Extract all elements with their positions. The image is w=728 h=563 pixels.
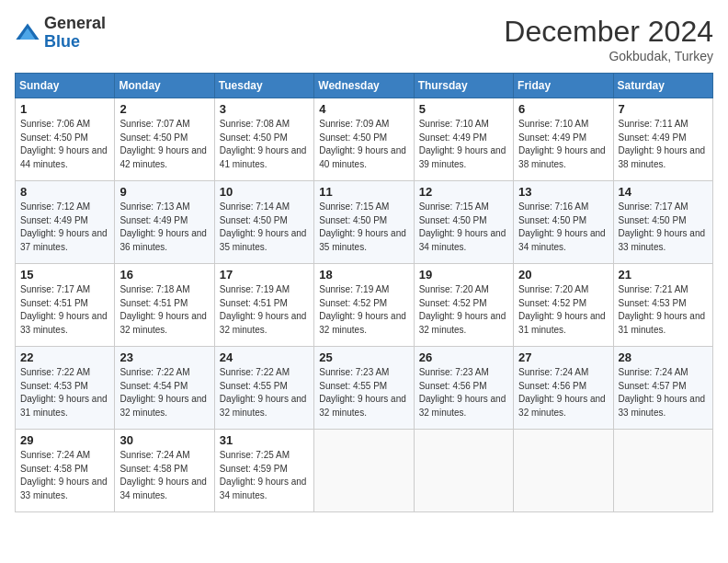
day-number: 29 xyxy=(20,433,109,447)
calendar-cell: 5Sunrise: 7:10 AMSunset: 4:49 PMDaylight… xyxy=(414,98,513,181)
calendar-cell: 3Sunrise: 7:08 AMSunset: 4:50 PMDaylight… xyxy=(214,98,313,181)
weekday-header: Thursday xyxy=(414,74,513,98)
day-info: Sunrise: 7:23 AMSunset: 4:56 PMDaylight:… xyxy=(419,366,508,419)
calendar-cell xyxy=(613,430,712,512)
day-number: 21 xyxy=(619,268,708,282)
day-info: Sunrise: 7:18 AMSunset: 4:51 PMDaylight:… xyxy=(119,283,209,337)
calendar-cell: 4Sunrise: 7:09 AMSunset: 4:50 PMDaylight… xyxy=(314,98,414,181)
day-number: 17 xyxy=(220,268,309,282)
day-info: Sunrise: 7:12 AMSunset: 4:49 PMDaylight:… xyxy=(20,201,109,254)
calendar-cell: 11Sunrise: 7:15 AMSunset: 4:50 PMDayligh… xyxy=(314,181,414,264)
day-info: Sunrise: 7:24 AMSunset: 4:57 PMDaylight:… xyxy=(619,366,708,419)
day-number: 9 xyxy=(119,185,209,199)
day-number: 26 xyxy=(419,350,508,364)
day-info: Sunrise: 7:25 AMSunset: 4:59 PMDaylight:… xyxy=(220,449,309,502)
calendar-table: SundayMondayTuesdayWednesdayThursdayFrid… xyxy=(15,73,713,512)
calendar-cell: 25Sunrise: 7:23 AMSunset: 4:55 PMDayligh… xyxy=(314,347,414,430)
day-number: 8 xyxy=(20,185,109,199)
calendar-week-row: 1Sunrise: 7:06 AMSunset: 4:50 PMDaylight… xyxy=(16,98,713,181)
day-number: 6 xyxy=(518,102,608,116)
calendar-cell xyxy=(314,430,414,512)
day-number: 23 xyxy=(119,350,209,364)
calendar-cell: 19Sunrise: 7:20 AMSunset: 4:52 PMDayligh… xyxy=(414,264,513,347)
calendar-cell: 9Sunrise: 7:13 AMSunset: 4:49 PMDaylight… xyxy=(115,181,214,264)
day-info: Sunrise: 7:20 AMSunset: 4:52 PMDaylight:… xyxy=(518,283,608,337)
day-info: Sunrise: 7:22 AMSunset: 4:55 PMDaylight:… xyxy=(220,366,309,419)
day-number: 28 xyxy=(619,350,708,364)
calendar-cell: 23Sunrise: 7:22 AMSunset: 4:54 PMDayligh… xyxy=(115,347,214,430)
calendar-cell: 15Sunrise: 7:17 AMSunset: 4:51 PMDayligh… xyxy=(16,264,115,347)
calendar-cell: 6Sunrise: 7:10 AMSunset: 4:49 PMDaylight… xyxy=(514,98,613,181)
calendar-cell: 28Sunrise: 7:24 AMSunset: 4:57 PMDayligh… xyxy=(613,347,712,430)
weekday-header: Sunday xyxy=(16,74,115,98)
day-number: 7 xyxy=(619,102,708,116)
calendar-week-row: 29Sunrise: 7:24 AMSunset: 4:58 PMDayligh… xyxy=(16,430,713,512)
calendar-header-row: SundayMondayTuesdayWednesdayThursdayFrid… xyxy=(16,74,713,98)
calendar-cell xyxy=(514,430,613,512)
calendar-cell: 29Sunrise: 7:24 AMSunset: 4:58 PMDayligh… xyxy=(16,430,115,512)
day-info: Sunrise: 7:10 AMSunset: 4:49 PMDaylight:… xyxy=(518,118,608,171)
logo-text: General Blue xyxy=(44,15,106,52)
day-number: 31 xyxy=(220,433,309,447)
day-number: 3 xyxy=(220,102,309,116)
weekday-header: Friday xyxy=(514,74,613,98)
day-number: 1 xyxy=(20,102,109,116)
logo-icon xyxy=(15,20,40,46)
day-number: 10 xyxy=(220,185,309,199)
calendar-cell xyxy=(414,430,513,512)
calendar-cell: 26Sunrise: 7:23 AMSunset: 4:56 PMDayligh… xyxy=(414,347,513,430)
day-number: 12 xyxy=(419,185,508,199)
day-number: 22 xyxy=(20,350,109,364)
calendar-cell: 7Sunrise: 7:11 AMSunset: 4:49 PMDaylight… xyxy=(613,98,712,181)
day-info: Sunrise: 7:11 AMSunset: 4:49 PMDaylight:… xyxy=(619,118,708,171)
day-info: Sunrise: 7:23 AMSunset: 4:55 PMDaylight:… xyxy=(319,366,408,419)
day-info: Sunrise: 7:22 AMSunset: 4:54 PMDaylight:… xyxy=(119,366,209,419)
logo: General Blue xyxy=(15,15,106,52)
calendar-week-row: 22Sunrise: 7:22 AMSunset: 4:53 PMDayligh… xyxy=(16,347,713,430)
weekday-header: Saturday xyxy=(613,74,712,98)
day-number: 15 xyxy=(20,268,109,282)
calendar-week-row: 8Sunrise: 7:12 AMSunset: 4:49 PMDaylight… xyxy=(16,181,713,264)
day-number: 2 xyxy=(119,102,209,116)
day-number: 19 xyxy=(419,268,508,282)
page-header: General Blue December 2024 Gokbudak, Tur… xyxy=(15,15,713,63)
month-title: December 2024 xyxy=(504,15,713,49)
day-info: Sunrise: 7:19 AMSunset: 4:52 PMDaylight:… xyxy=(319,283,408,337)
calendar-cell: 22Sunrise: 7:22 AMSunset: 4:53 PMDayligh… xyxy=(16,347,115,430)
calendar-cell: 20Sunrise: 7:20 AMSunset: 4:52 PMDayligh… xyxy=(514,264,613,347)
day-info: Sunrise: 7:24 AMSunset: 4:56 PMDaylight:… xyxy=(518,366,608,419)
calendar-cell: 8Sunrise: 7:12 AMSunset: 4:49 PMDaylight… xyxy=(16,181,115,264)
calendar-week-row: 15Sunrise: 7:17 AMSunset: 4:51 PMDayligh… xyxy=(16,264,713,347)
day-info: Sunrise: 7:07 AMSunset: 4:50 PMDaylight:… xyxy=(119,118,209,171)
location: Gokbudak, Turkey xyxy=(504,49,713,63)
calendar-cell: 31Sunrise: 7:25 AMSunset: 4:59 PMDayligh… xyxy=(214,430,313,512)
day-number: 13 xyxy=(518,185,608,199)
calendar-cell: 27Sunrise: 7:24 AMSunset: 4:56 PMDayligh… xyxy=(514,347,613,430)
day-number: 27 xyxy=(518,350,608,364)
day-number: 14 xyxy=(619,185,708,199)
calendar-cell: 12Sunrise: 7:15 AMSunset: 4:50 PMDayligh… xyxy=(414,181,513,264)
day-info: Sunrise: 7:24 AMSunset: 4:58 PMDaylight:… xyxy=(20,449,109,502)
day-info: Sunrise: 7:09 AMSunset: 4:50 PMDaylight:… xyxy=(319,118,408,171)
day-number: 24 xyxy=(220,350,309,364)
day-info: Sunrise: 7:17 AMSunset: 4:50 PMDaylight:… xyxy=(619,201,708,254)
calendar-cell: 1Sunrise: 7:06 AMSunset: 4:50 PMDaylight… xyxy=(16,98,115,181)
day-number: 5 xyxy=(419,102,508,116)
day-info: Sunrise: 7:06 AMSunset: 4:50 PMDaylight:… xyxy=(20,118,109,171)
day-number: 30 xyxy=(119,433,209,447)
day-number: 4 xyxy=(319,102,408,116)
title-area: December 2024 Gokbudak, Turkey xyxy=(504,15,713,63)
calendar-cell: 14Sunrise: 7:17 AMSunset: 4:50 PMDayligh… xyxy=(613,181,712,264)
day-info: Sunrise: 7:17 AMSunset: 4:51 PMDaylight:… xyxy=(20,283,109,337)
calendar-cell: 13Sunrise: 7:16 AMSunset: 4:50 PMDayligh… xyxy=(514,181,613,264)
day-info: Sunrise: 7:08 AMSunset: 4:50 PMDaylight:… xyxy=(220,118,309,171)
calendar-cell: 10Sunrise: 7:14 AMSunset: 4:50 PMDayligh… xyxy=(214,181,313,264)
day-number: 16 xyxy=(119,268,209,282)
day-info: Sunrise: 7:21 AMSunset: 4:53 PMDaylight:… xyxy=(619,283,708,337)
day-info: Sunrise: 7:13 AMSunset: 4:49 PMDaylight:… xyxy=(119,201,209,254)
day-info: Sunrise: 7:20 AMSunset: 4:52 PMDaylight:… xyxy=(419,283,508,337)
calendar-cell: 21Sunrise: 7:21 AMSunset: 4:53 PMDayligh… xyxy=(613,264,712,347)
calendar-cell: 17Sunrise: 7:19 AMSunset: 4:51 PMDayligh… xyxy=(214,264,313,347)
day-info: Sunrise: 7:15 AMSunset: 4:50 PMDaylight:… xyxy=(319,201,408,254)
day-info: Sunrise: 7:19 AMSunset: 4:51 PMDaylight:… xyxy=(220,283,309,337)
